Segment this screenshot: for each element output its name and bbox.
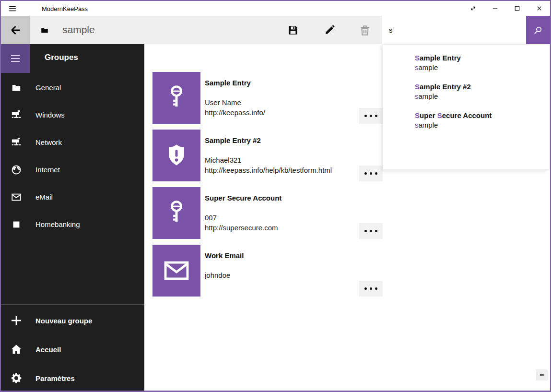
fullscreen-button[interactable]	[462, 1, 484, 16]
database-folder-icon	[40, 26, 49, 35]
app-bar: sample	[1, 16, 550, 44]
sidebar-item-general[interactable]: General	[1, 74, 144, 101]
search-icon	[533, 25, 543, 35]
search-input[interactable]	[382, 16, 526, 44]
sidebar-item-label: Nouveau groupe	[35, 317, 92, 325]
entry-row[interactable]: Work Email johndoe	[152, 245, 536, 297]
search-suggestion[interactable]: Sample Entry #2 sample	[383, 76, 549, 105]
folder-icon	[11, 83, 22, 93]
sidebar-item-label: Internet	[35, 166, 60, 174]
trash-icon	[359, 24, 371, 36]
sidebar-item-label: Paramètres	[35, 374, 75, 382]
suggestion-title: Sample Entry #2	[415, 81, 549, 92]
hamburger-icon	[10, 53, 21, 64]
entry-title: Work Email	[205, 251, 244, 260]
sidebar-item-label: Network	[35, 138, 62, 146]
suggestion-title: Super Secure Account	[415, 109, 549, 120]
entry-url: http://supersecure.com	[205, 223, 278, 233]
sidebar-footer: Nouveau groupe Accueil Paramètres	[1, 306, 144, 392]
database-title: sample	[62, 24, 95, 36]
sidebar-item-label: eMail	[35, 193, 53, 201]
search-suggestions: Sample Entry sample Sample Entry #2 samp…	[383, 44, 550, 170]
plus-icon	[11, 315, 22, 326]
sidebar-item-homebanking[interactable]: Homebanking	[1, 211, 144, 238]
sidebar-footer-item-0[interactable]: Nouveau groupe	[1, 306, 144, 335]
edit-icon	[323, 24, 336, 36]
sidebar-divider	[1, 304, 144, 305]
entry-row[interactable]: Super Secure Account 007 http://supersec…	[152, 187, 536, 239]
search-suggestion[interactable]: Sample Entry sample	[383, 48, 549, 76]
network-icon	[11, 137, 22, 148]
entry-title: Sample Entry	[205, 79, 251, 87]
delete-button[interactable]	[359, 24, 371, 36]
search-suggestion[interactable]: Super Secure Account sample	[383, 105, 549, 134]
entry-url: http://keepass.info/	[205, 107, 265, 118]
nav-toggle-button[interactable]	[1, 44, 30, 73]
entry-username: 007	[205, 213, 278, 223]
entry-more-button[interactable]	[359, 223, 383, 239]
maximize-icon	[514, 5, 521, 12]
sidebar-item-email[interactable]: eMail	[1, 183, 144, 211]
entry-username: johndoe	[205, 270, 230, 280]
save-icon	[287, 24, 299, 36]
entry-more-button[interactable]	[359, 166, 383, 181]
back-button[interactable]	[1, 16, 30, 44]
entry-details: Michael321 http://keepass.info/help/kb/t…	[205, 155, 332, 175]
save-button[interactable]	[287, 24, 299, 36]
mail-icon	[163, 257, 190, 285]
entry-tile	[152, 187, 200, 239]
globe-icon	[11, 165, 22, 175]
minimize-button[interactable]	[484, 1, 506, 16]
square-icon	[11, 219, 22, 230]
sidebar-item-label: Windows	[35, 111, 65, 119]
key-icon	[163, 199, 190, 227]
sidebar-item-internet[interactable]: Internet	[1, 156, 144, 183]
back-arrow-icon	[8, 23, 23, 37]
groups-list: General Windows Network Internet eMail H…	[1, 74, 144, 238]
edit-button[interactable]	[323, 24, 336, 36]
sidebar-item-label: Homebanking	[35, 220, 80, 228]
gear-icon	[11, 372, 22, 384]
groups-header: Groupes	[45, 53, 78, 62]
search-box	[382, 16, 526, 44]
entry-username: Michael321	[205, 155, 332, 165]
suggestion-subtitle: sample	[415, 63, 549, 72]
sidebar-item-label: Accueil	[35, 345, 61, 354]
entry-details: johndoe	[205, 270, 230, 280]
suggestion-subtitle: sample	[415, 92, 549, 101]
app-window: ModernKeePass sample Groupes General	[0, 0, 551, 392]
suggestion-subtitle: sample	[415, 120, 549, 130]
entry-details: 007 http://supersecure.com	[205, 213, 278, 233]
entry-tile	[152, 130, 200, 181]
close-button[interactable]	[528, 1, 550, 16]
sidebar: Groupes General Windows Network Internet…	[1, 44, 144, 391]
network-icon	[11, 110, 22, 120]
close-icon	[536, 5, 543, 12]
maximize-button[interactable]	[506, 1, 528, 16]
entry-more-button[interactable]	[359, 281, 383, 297]
collapse-icon	[539, 372, 545, 378]
sidebar-item-windows[interactable]: Windows	[1, 101, 144, 129]
entry-details: User Name http://keepass.info/	[205, 97, 265, 118]
menu-icon[interactable]	[8, 4, 17, 13]
sidebar-footer-item-2[interactable]: Paramètres	[1, 364, 144, 392]
mail-icon	[11, 192, 22, 202]
entry-tile	[152, 72, 200, 124]
suggestion-title: Sample Entry	[415, 52, 549, 63]
appbar-more-button[interactable]	[536, 369, 548, 380]
entry-title: Sample Entry #2	[205, 136, 261, 144]
key-icon	[163, 84, 190, 112]
minimize-icon	[492, 5, 499, 12]
sidebar-footer-item-1[interactable]: Accueil	[1, 335, 144, 364]
entry-username: User Name	[205, 97, 265, 107]
search-button[interactable]	[526, 16, 550, 44]
entry-title: Super Secure Account	[205, 194, 281, 202]
entry-more-button[interactable]	[359, 108, 383, 124]
sidebar-item-network[interactable]: Network	[1, 129, 144, 156]
window-title: ModernKeePass	[42, 5, 88, 12]
shield-icon	[163, 142, 190, 169]
entry-tile	[152, 245, 200, 297]
window-controls	[462, 1, 550, 16]
sidebar-item-label: General	[35, 83, 61, 92]
expand-icon	[469, 5, 477, 12]
